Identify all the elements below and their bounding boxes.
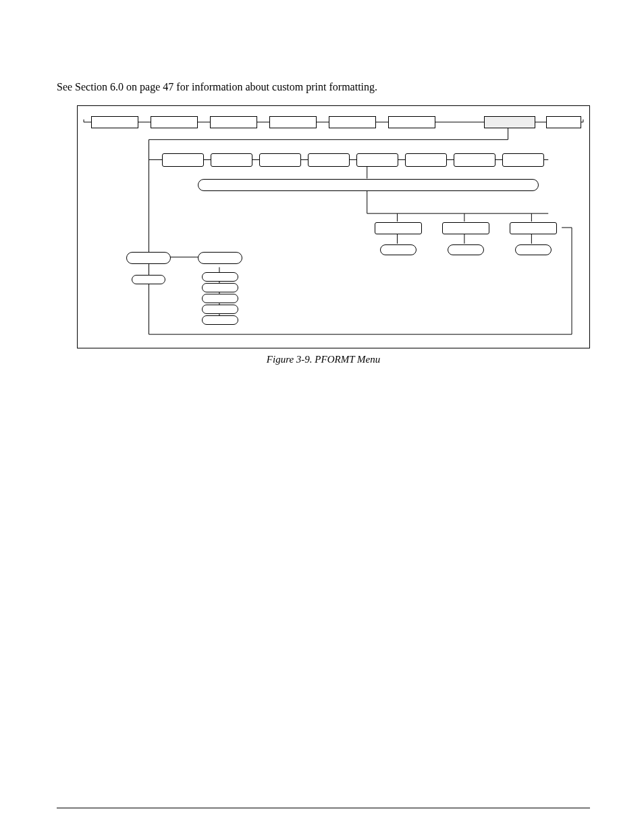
option-value-2 bbox=[448, 244, 484, 255]
menu-top-item-6 bbox=[388, 116, 435, 128]
intro-text: See Section 6.0 on page 47 for informati… bbox=[57, 81, 590, 93]
left-value-1 bbox=[132, 275, 165, 284]
menu-top-item-2 bbox=[151, 116, 198, 128]
menu-top-item-4 bbox=[269, 116, 317, 128]
stack-value-1 bbox=[202, 272, 238, 282]
submenu-item-5 bbox=[356, 153, 398, 167]
menu-top-item-1 bbox=[91, 116, 138, 128]
submenu-item-3 bbox=[259, 153, 301, 167]
figure-caption: Figure 3-9. PFORMT Menu bbox=[57, 354, 590, 365]
menu-top-item-8 bbox=[546, 116, 581, 128]
pformt-menu-diagram bbox=[77, 105, 590, 348]
option-value-3 bbox=[515, 244, 552, 255]
footer-rule bbox=[57, 808, 590, 808]
left-option-2 bbox=[198, 252, 242, 264]
menu-top-item-3 bbox=[210, 116, 257, 128]
menu-top-item-pformt bbox=[484, 116, 535, 128]
submenu-item-8 bbox=[502, 153, 544, 167]
left-option-1 bbox=[126, 252, 171, 264]
submenu-item-7 bbox=[454, 153, 495, 167]
submenu-item-6 bbox=[405, 153, 447, 167]
stack-value-2 bbox=[202, 283, 238, 292]
format-string-bar bbox=[198, 179, 539, 191]
submenu-item-4 bbox=[308, 153, 350, 167]
stack-value-4 bbox=[202, 305, 238, 314]
submenu-item-2 bbox=[211, 153, 252, 167]
submenu-item-1 bbox=[162, 153, 204, 167]
stack-value-5 bbox=[202, 315, 238, 325]
stack-value-3 bbox=[202, 294, 238, 303]
option-rect-1 bbox=[375, 222, 422, 234]
option-value-1 bbox=[380, 244, 417, 255]
option-rect-2 bbox=[442, 222, 489, 234]
menu-top-item-5 bbox=[329, 116, 376, 128]
option-rect-3 bbox=[510, 222, 557, 234]
